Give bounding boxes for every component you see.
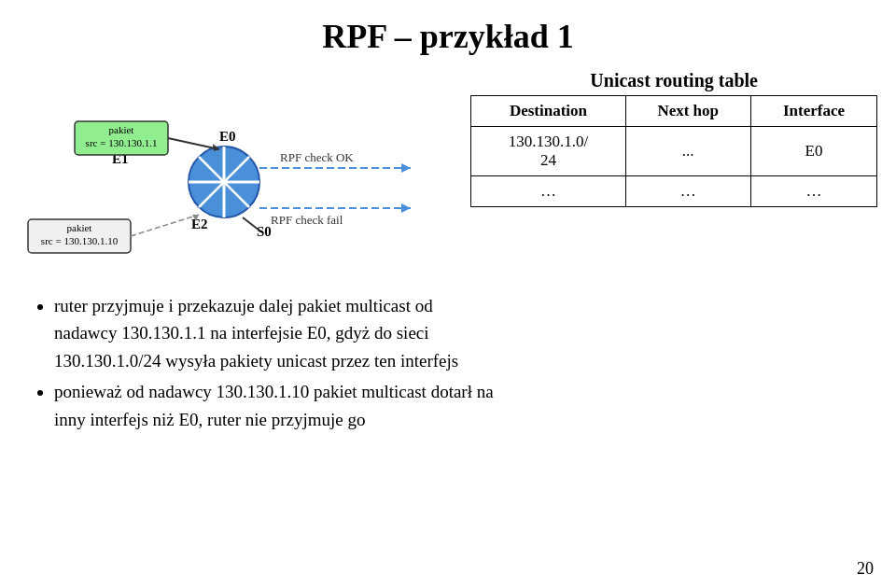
table-row: 130.130.1.0/24 ... E0: [471, 127, 877, 176]
svg-text:RPF check fail: RPF check fail: [271, 213, 343, 227]
row1-nexthop: ...: [625, 127, 750, 176]
table-row: … … …: [471, 176, 877, 207]
row2-dest: …: [471, 176, 625, 207]
row2-nexthop: …: [625, 176, 750, 207]
col-next-hop: Next hop: [625, 96, 750, 127]
col-interface: Interface: [750, 96, 876, 127]
bullet-1: ruter przyjmuje i przekazuje dalej pakie…: [54, 292, 868, 374]
svg-text:src = 130.130.1.1: src = 130.130.1.1: [86, 137, 158, 148]
routing-table-title: Unicast routing table: [470, 70, 877, 91]
svg-line-20: [131, 215, 199, 236]
row1-iface: E0: [750, 127, 876, 176]
bullets-section: ruter przyjmuje i przekazuje dalej pakie…: [0, 275, 896, 433]
svg-text:pakiet: pakiet: [109, 124, 134, 135]
routing-table-area: Unicast routing table Destination Next h…: [461, 70, 877, 275]
diagram-area: E0 E2 S0 E1 pakiet src = 130.130.1.1 RPF…: [19, 70, 461, 275]
col-destination: Destination: [471, 96, 625, 127]
page-title: RPF – przykład 1: [0, 0, 896, 65]
svg-text:src = 130.130.1.10: src = 130.130.1.10: [41, 235, 119, 246]
svg-marker-15: [401, 163, 411, 173]
main-content: E0 E2 S0 E1 pakiet src = 130.130.1.1 RPF…: [0, 70, 896, 275]
svg-marker-23: [401, 203, 411, 213]
row1-dest: 130.130.1.0/24: [471, 127, 625, 176]
bullet-2: ponieważ od nadawcy 130.130.1.10 pakiet …: [54, 378, 868, 433]
page-number: 20: [857, 559, 874, 579]
svg-text:E0: E0: [219, 129, 236, 144]
svg-text:RPF check OK: RPF check OK: [280, 150, 354, 164]
diagram-svg: E0 E2 S0 E1 pakiet src = 130.130.1.1 RPF…: [19, 70, 476, 275]
row2-iface: …: [750, 176, 876, 207]
svg-text:E2: E2: [191, 217, 208, 231]
svg-line-12: [168, 138, 219, 149]
svg-text:S0: S0: [257, 224, 272, 239]
svg-text:pakiet: pakiet: [67, 222, 92, 233]
routing-table: Destination Next hop Interface 130.130.1…: [470, 95, 877, 207]
